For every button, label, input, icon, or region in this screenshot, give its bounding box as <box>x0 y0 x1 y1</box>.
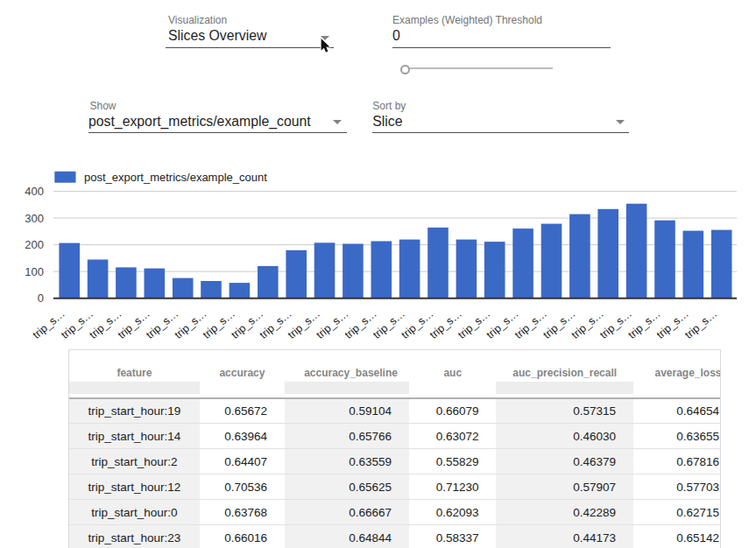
svg-text:400: 400 <box>25 185 44 198</box>
svg-text:post_export_metrics/example_co: post_export_metrics/example_count <box>84 171 267 184</box>
svg-text:trip_s…: trip_s… <box>682 307 719 341</box>
svg-text:0: 0 <box>38 292 44 305</box>
svg-text:200: 200 <box>25 238 44 251</box>
svg-text:100: 100 <box>25 265 44 278</box>
svg-text:300: 300 <box>25 212 44 225</box>
